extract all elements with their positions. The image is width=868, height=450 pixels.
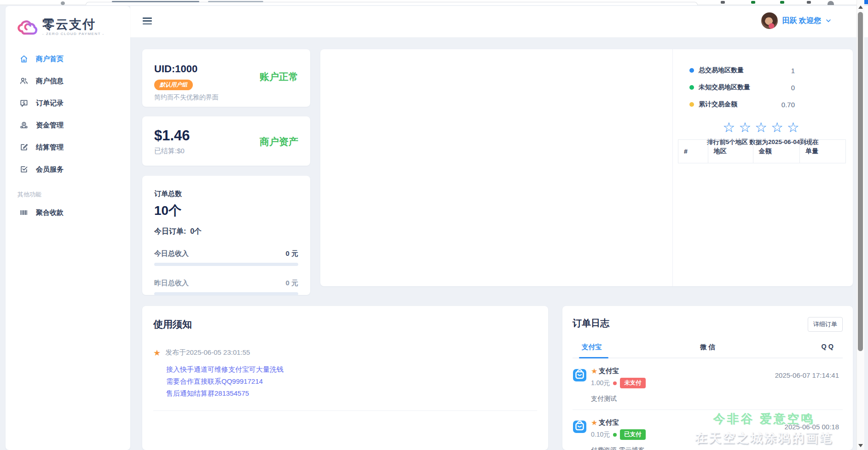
sidebar-item-merchant-home[interactable]: 商户首页: [6, 48, 130, 70]
sidebar-item-member-services[interactable]: 会员服务: [6, 158, 130, 180]
star-icon: ☆: [723, 120, 739, 135]
sidebar-item-label: 订单记录: [36, 99, 64, 108]
sidebar-item-funds[interactable]: 资金管理: [6, 114, 130, 136]
account-desc: 简约而不失优雅的界面: [154, 93, 298, 102]
order-log-card: 订单日志 详细订单 支付宝 微 信 Q Q ★ 支付宝: [562, 306, 853, 450]
users-icon: [19, 76, 29, 86]
logo-subtitle: - ZERO CLOUD PAYMENT -: [42, 32, 104, 36]
sidebar-item-label: 商户首页: [36, 55, 64, 63]
asset-amount: $1.46: [154, 127, 190, 144]
tab-alipay[interactable]: 支付宝: [573, 339, 665, 358]
star-icon: ★: [591, 418, 597, 427]
sidebar-item-label: 结算管理: [36, 143, 64, 152]
order-entry[interactable]: ★ 支付宝 1.00元 未支付 支付测试 2025-06-07 17:14:41: [573, 358, 843, 410]
sidebar-item-aggregate-collection[interactable]: 聚合收款: [6, 202, 130, 224]
extension-icon: [721, 1, 725, 4]
star-icon: ☆: [755, 120, 771, 135]
legend-label: 累计交易金额: [699, 100, 737, 109]
status-dot-icon: [613, 433, 617, 437]
status-badge: 未支付: [620, 378, 646, 388]
logo-title: 零云支付: [42, 18, 104, 31]
url-text-fragment: [208, 1, 263, 2]
sidebar-section-label: 其他功能: [6, 180, 130, 202]
settled-amount: 已结算:$0: [154, 147, 190, 156]
legend-dot-blue-icon: [689, 68, 694, 73]
table-header: 地区: [708, 140, 753, 163]
chevron-down-icon: [826, 18, 831, 23]
notice-line-link[interactable]: 需要合作直接联系QQ99917214: [166, 375, 537, 387]
sidebar-item-label: 会员服务: [36, 165, 64, 174]
sidebar-item-merchant-info[interactable]: 商户信息: [6, 70, 130, 92]
income-row-value: 0 元: [285, 249, 298, 258]
notice-title: 使用须知: [153, 318, 537, 331]
url-text-fragment: [112, 1, 199, 2]
address-bar-fragment: [86, 2, 698, 5]
star-icon: ★: [591, 367, 597, 375]
table-header: #: [678, 140, 708, 163]
home-icon: [19, 54, 29, 63]
tab-qq[interactable]: Q Q: [750, 339, 843, 358]
sidebar: 零云支付 - ZERO CLOUD PAYMENT - 商户首页 商户信息 订单…: [6, 6, 130, 450]
settlement-icon: [19, 143, 29, 152]
funds-icon: [19, 121, 29, 130]
notice-published: 发布于2025-06-05 23:01:55: [165, 348, 250, 357]
scroll-down-icon[interactable]: [858, 444, 863, 447]
uid-label: UID:1000: [154, 63, 197, 75]
extension-icon: [807, 1, 811, 4]
legend-value: 0: [791, 84, 836, 92]
rating-stars: ☆☆☆☆☆: [673, 121, 853, 134]
barcode-icon: [19, 208, 29, 217]
order-log-title: 订单日志: [573, 317, 609, 329]
sidebar-item-order-records[interactable]: 订单记录: [6, 92, 130, 114]
account-status-label: 账户正常: [260, 70, 298, 83]
notice-line-link[interactable]: 接入快手通道可维修支付宝可大量洗钱: [166, 363, 537, 375]
notice-line-link[interactable]: 售后通知结算群281354575: [166, 387, 537, 399]
orders-today-value: 0个: [190, 227, 202, 235]
user-menu[interactable]: 田跃 欢迎您: [761, 12, 831, 29]
top-header: 田跃 欢迎您: [130, 6, 868, 37]
asset-card: $1.46 已结算:$0 商户资产: [142, 116, 310, 166]
alipay-app-icon: [573, 419, 587, 433]
orders-card: 订单总数 10个 今日订单: 0个 今日总收入 0 元 昨日总收入 0 元: [142, 176, 310, 295]
account-card: UID:1000 默认用户组 账户正常 简约而不失优雅的界面: [142, 49, 310, 107]
sidebar-item-settlement[interactable]: 结算管理: [6, 136, 130, 158]
star-icon: ☆: [787, 120, 803, 135]
sidebar-item-label: 商户信息: [36, 77, 64, 86]
legend-dot-yellow-icon: [689, 102, 694, 107]
detail-orders-button[interactable]: 详细订单: [808, 317, 843, 332]
alipay-app-icon: [573, 368, 587, 382]
income-row-label: 今日总收入: [154, 249, 189, 258]
star-icon: ☆: [739, 120, 755, 135]
order-entry[interactable]: ★ 支付宝 0.10元 已支付 付费资源-零云博客 2025-06-05 00:…: [573, 410, 843, 450]
scroll-up-icon[interactable]: [858, 6, 863, 9]
map-area: [320, 49, 672, 286]
region-stats-panel: 总交易地区数量 1 未知交易地区数量 0 累计交易金额 0.70 ☆☆☆☆☆ 排…: [672, 49, 853, 286]
browser-profile-avatar: [827, 1, 834, 5]
income-row-value: 0 元: [285, 279, 298, 288]
sidebar-menu: 商户首页 商户信息 订单记录 资金管理 结算管理 会员服务 其他: [6, 48, 130, 224]
legend-dot-green-icon: [689, 85, 694, 90]
divider: [153, 410, 537, 411]
avatar[interactable]: [761, 12, 778, 29]
orders-today: 今日订单: 0个: [154, 227, 298, 237]
entry-channel: 支付宝: [599, 418, 619, 427]
user-group-badge: 默认用户组: [154, 80, 193, 90]
status-badge: 已支付: [620, 429, 646, 440]
legend-value: 0.70: [781, 101, 836, 109]
page-scrollbar[interactable]: [856, 0, 864, 450]
tab-wechat[interactable]: 微 信: [665, 339, 749, 358]
star-icon: ★: [153, 349, 161, 357]
favicon-fragment-icon: [61, 1, 65, 5]
region-map-card: 总交易地区数量 1 未知交易地区数量 0 累计交易金额 0.70 ☆☆☆☆☆ 排…: [320, 49, 853, 286]
sidebar-item-label: 资金管理: [36, 121, 64, 130]
orders-total-label: 订单总数: [154, 190, 298, 198]
table-header: 单量: [800, 140, 846, 163]
app-root: 田跃 欢迎您 零云支付 - ZERO CLOUD PAYMENT - 商户首页: [0, 0, 868, 450]
orders-total-value: 10个: [154, 202, 298, 219]
star-icon: ☆: [771, 120, 787, 135]
orders-today-label: 今日订单:: [154, 227, 186, 235]
member-icon: [19, 165, 29, 174]
menu-toggle-icon[interactable]: [143, 17, 152, 24]
scrollbar-thumb[interactable]: [858, 12, 863, 351]
status-dot-icon: [613, 381, 617, 385]
